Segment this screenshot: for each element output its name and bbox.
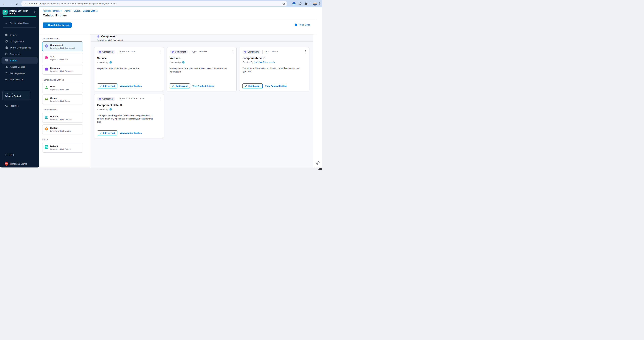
url-text: qa.harness.io/ng/account/zEaak-FLS425IEO… bbox=[28, 2, 282, 5]
corner-widget[interactable] bbox=[318, 168, 322, 170]
sidebar-item-configurations[interactable]: Configurations bbox=[0, 38, 39, 44]
view-applied-entities-link[interactable]: View Applied Entities bbox=[192, 85, 214, 87]
layout-description: Display for Kind Component and Type Serv… bbox=[97, 67, 156, 70]
layout-card-website: Component Type: website Website Created … bbox=[166, 47, 236, 91]
card-menu-icon[interactable] bbox=[304, 50, 306, 54]
pencil-icon bbox=[245, 85, 247, 87]
group-people-icon bbox=[45, 97, 48, 101]
loom-extension-icon[interactable] bbox=[298, 2, 302, 5]
browser-reload-icon[interactable] bbox=[14, 2, 19, 6]
sidebar-item-url-allow-list[interactable]: URL Allow List bbox=[0, 76, 39, 83]
header-divider bbox=[39, 20, 316, 20]
docs-icon bbox=[294, 23, 297, 26]
entity-item-component[interactable]: Component Layouts for kind: Component bbox=[42, 42, 83, 51]
created-by-label: Created By bbox=[97, 108, 108, 110]
gear-icon bbox=[5, 40, 8, 43]
component-chip-icon bbox=[99, 51, 101, 53]
kind-subtitle: Layouts for kind: Component bbox=[97, 39, 123, 41]
view-applied-entities-link[interactable]: View Applied Entities bbox=[120, 132, 142, 134]
scorecard-icon bbox=[5, 52, 8, 56]
breadcrumb-layout[interactable]: Layout bbox=[74, 10, 80, 12]
kind-badge: Component bbox=[97, 97, 115, 101]
user-profile[interactable]: HM Himanshu Mishra bbox=[0, 160, 39, 167]
chrome-separator bbox=[310, 2, 310, 5]
tune-icon[interactable] bbox=[24, 2, 26, 5]
domain-building-icon bbox=[45, 116, 48, 119]
sidebar-divider bbox=[3, 85, 36, 86]
plus-icon: + bbox=[45, 24, 47, 26]
sidebar-item-access-control[interactable]: Access Control bbox=[0, 64, 39, 70]
browser-chrome: ← → qa.harness.io/ng/account/zEaak-FLS42… bbox=[0, 0, 322, 7]
new-catalog-layout-button[interactable]: + New Catalog Layout bbox=[43, 22, 72, 28]
entity-item-api[interactable]: API Layouts for kind: API bbox=[42, 53, 83, 63]
browser-profile-avatar[interactable] bbox=[313, 2, 317, 6]
divider bbox=[190, 50, 190, 54]
component-chip-icon bbox=[244, 51, 246, 53]
layout-title: component-micro bbox=[242, 57, 306, 60]
entity-item-system[interactable]: System Layouts for kind: System bbox=[42, 124, 83, 134]
entity-item-user[interactable]: User Layouts for kind: User bbox=[42, 83, 83, 93]
layout-card-component-micro: Component Type: micro component-micro Cr… bbox=[239, 47, 309, 91]
harness-creator-icon bbox=[109, 108, 112, 111]
type-text: Type: All Other Types bbox=[119, 98, 144, 100]
entity-item-domain[interactable]: Domain Layouts for kind: Domain bbox=[42, 113, 83, 123]
sidebar-item-scorecards[interactable]: Scorecards bbox=[0, 51, 39, 57]
sidebar-item-oauth-configurations[interactable]: OAuth Configurations bbox=[0, 44, 39, 51]
edit-layout-button[interactable]: Edit Layout bbox=[97, 84, 117, 88]
sidebar-item-git-integrations[interactable]: Git Integrations bbox=[0, 70, 39, 76]
read-docs-link[interactable]: Read Docs bbox=[294, 23, 310, 26]
layout-description: This layout will be applied to all entit… bbox=[242, 66, 301, 73]
edit-layout-button[interactable]: Edit Layout bbox=[170, 84, 190, 88]
sidebar-divider bbox=[3, 27, 36, 28]
resource-bag-icon bbox=[45, 67, 48, 71]
sidebar-item-help[interactable]: Help bbox=[0, 152, 39, 158]
url-bar[interactable]: qa.harness.io/ng/account/zEaak-FLS425IEO… bbox=[21, 1, 287, 6]
person-icon bbox=[5, 65, 8, 68]
extensions-puzzle-icon[interactable] bbox=[304, 2, 308, 5]
default-logo-icon bbox=[45, 145, 48, 149]
edit-layout-button[interactable]: Edit Layout bbox=[97, 130, 117, 136]
layout-description: This layout will be applied to all entit… bbox=[97, 114, 156, 124]
created-by-label: Created By bbox=[170, 61, 181, 64]
back-to-main-menu[interactable]: ← Back to Main Menu bbox=[5, 22, 28, 25]
card-menu-icon[interactable] bbox=[159, 50, 161, 54]
layout-title: Service bbox=[97, 57, 161, 60]
breadcrumb-admin[interactable]: Admin bbox=[64, 10, 70, 12]
link-icon bbox=[5, 78, 8, 81]
browser-forward-icon[interactable]: → bbox=[8, 2, 12, 6]
password-manager-extension-icon[interactable] bbox=[292, 2, 296, 6]
breadcrumb: Account: Harness.io › Admin › Layout › C… bbox=[43, 10, 98, 12]
layout-card-component-default: Component Type: All Other Types Componen… bbox=[94, 94, 164, 138]
api-puzzle-icon bbox=[45, 56, 48, 60]
idp-logo bbox=[2, 10, 8, 14]
support-chat-icon[interactable] bbox=[316, 161, 320, 165]
module-grid-icon[interactable] bbox=[34, 10, 36, 13]
bookmark-star-icon[interactable] bbox=[282, 2, 285, 5]
component-chip-icon bbox=[99, 98, 101, 100]
card-menu-icon[interactable] bbox=[232, 50, 234, 54]
pipelines-icon bbox=[5, 104, 8, 107]
creator-email-link[interactable]: jenil.jain@harness.io bbox=[254, 61, 275, 64]
sidebar-item-plugins[interactable]: Plugins bbox=[0, 32, 39, 38]
breadcrumb-account[interactable]: Account: Harness.io bbox=[43, 10, 62, 12]
entity-item-group[interactable]: Group Layouts for kind: Group bbox=[42, 94, 83, 104]
component-chip-icon bbox=[172, 51, 174, 53]
card-menu-icon[interactable] bbox=[159, 97, 161, 101]
sidebar-item-layout[interactable]: Layout bbox=[2, 57, 38, 64]
section-label: Other bbox=[42, 138, 90, 141]
harness-creator-icon bbox=[109, 61, 112, 64]
section-label: Hierarchy units bbox=[42, 108, 90, 111]
view-applied-entities-link[interactable]: View Applied Entities bbox=[120, 85, 142, 87]
browser-menu-icon[interactable] bbox=[320, 2, 320, 5]
view-applied-entities-link[interactable]: View Applied Entities bbox=[265, 85, 287, 87]
chevron-icon: › bbox=[81, 10, 82, 12]
breadcrumb-catalog-entities[interactable]: Catalog Entities bbox=[83, 10, 98, 12]
lock-icon bbox=[5, 46, 8, 49]
entity-item-resource[interactable]: Resource Layouts for kind: Resource bbox=[42, 64, 83, 74]
project-selector[interactable]: PROJECT Select a Project › bbox=[2, 91, 30, 100]
sidebar-item-pipelines[interactable]: Pipelines bbox=[0, 102, 39, 109]
browser-back-icon[interactable]: ← bbox=[2, 2, 6, 6]
entity-item-default[interactable]: Default Layouts for kind: Default bbox=[42, 143, 83, 152]
edit-layout-button[interactable]: Edit Layout bbox=[242, 84, 262, 88]
page-title: Catalog Entities bbox=[43, 14, 67, 17]
